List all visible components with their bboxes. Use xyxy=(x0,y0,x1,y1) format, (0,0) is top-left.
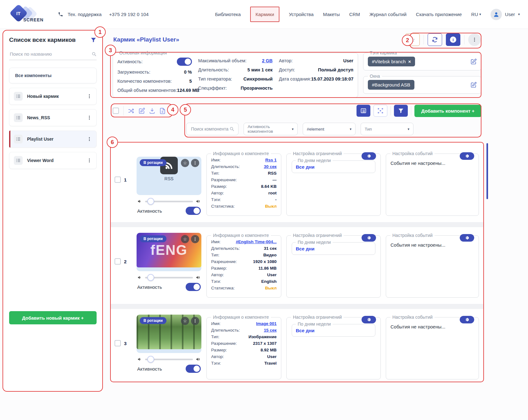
download-icon[interactable] xyxy=(149,108,155,114)
type-filter-dropdown[interactable]: Тип ▾ xyxy=(361,123,413,135)
favorite-component-button[interactable]: ☆ xyxy=(181,317,189,325)
info-label: Статистика: xyxy=(211,286,235,290)
nav-crm[interactable]: CRM xyxy=(349,12,360,17)
component-checkbox[interactable] xyxy=(115,176,121,183)
nav-devices[interactable]: Устройства xyxy=(289,12,313,17)
volume-low-icon[interactable] xyxy=(137,357,142,362)
filter-components-button[interactable] xyxy=(394,105,408,117)
table-view-button[interactable] xyxy=(357,105,370,117)
kebab-menu-icon[interactable] xyxy=(87,158,92,163)
refresh-button[interactable] xyxy=(428,33,442,46)
events-settings-button[interactable] xyxy=(460,234,474,242)
days-value[interactable]: Все дни xyxy=(296,164,371,170)
restrictions-settings-button[interactable] xyxy=(362,234,376,242)
nav-event-log[interactable]: Журнал событий xyxy=(369,12,407,17)
nav-library[interactable]: Библиотека xyxy=(215,12,241,17)
events-settings-button[interactable] xyxy=(460,152,474,160)
volume-slider-knob[interactable] xyxy=(147,356,154,363)
nav-karmiki[interactable]: Кармики xyxy=(250,7,279,22)
restrictions-settings-button[interactable] xyxy=(362,152,376,160)
edit-icon[interactable] xyxy=(138,108,145,114)
kebab-menu-icon[interactable] xyxy=(87,137,92,142)
sidebar-item-novyj-karmik[interactable]: Новый кармик xyxy=(9,88,97,105)
events-empty-text: События не настроены... xyxy=(390,324,474,329)
logo-text-it: IT xyxy=(16,10,20,16)
volume-slider[interactable] xyxy=(145,359,193,360)
shuffle-icon[interactable] xyxy=(128,108,135,114)
component-checkbox[interactable] xyxy=(115,258,121,265)
nav-layouts[interactable]: Макеты xyxy=(323,12,340,17)
component-info-fieldset: Информация о компоненте Имя:Image 001 Дл… xyxy=(206,315,281,379)
duration-link[interactable]: 30 сек xyxy=(264,164,277,169)
info-value: Прозрачность xyxy=(241,86,273,91)
filter-icon[interactable] xyxy=(90,37,97,43)
component-search-input[interactable] xyxy=(190,126,229,132)
sidebar-item-label: News_RSS xyxy=(27,115,82,120)
component-name-link[interactable]: Image 001 xyxy=(256,321,277,326)
element-filter-dropdown[interactable]: #element ▾ xyxy=(303,123,356,135)
volume-high-icon[interactable] xyxy=(196,357,201,362)
edit-windows-icon[interactable] xyxy=(470,82,477,88)
kebab-menu-icon[interactable] xyxy=(87,94,92,99)
component-menu-button[interactable] xyxy=(191,317,199,325)
nav-download-app[interactable]: Скачать приложение xyxy=(416,12,462,17)
activity-filter-dropdown[interactable]: Активность комопнентов ▾ xyxy=(244,123,298,135)
favorite-button[interactable]: ☆ xyxy=(405,33,420,46)
info-label: Автор: xyxy=(211,191,224,195)
file-report-icon[interactable] xyxy=(159,108,166,114)
sidebar-item-news-rss[interactable]: News_RSS xyxy=(9,109,97,126)
info-button[interactable]: i xyxy=(446,33,460,46)
sidebar-item-all-components[interactable]: Все компоненты xyxy=(9,68,97,83)
volume-high-icon[interactable] xyxy=(196,275,201,280)
component-activity-toggle[interactable] xyxy=(186,283,201,291)
info-label: Разрешение: xyxy=(211,177,237,182)
favorite-component-button[interactable]: ☆ xyxy=(181,159,189,167)
component-name-link[interactable]: #English Time-004... xyxy=(236,239,277,244)
gear-icon xyxy=(367,154,371,158)
component-activity-toggle[interactable] xyxy=(186,207,201,215)
volume-slider[interactable] xyxy=(145,201,193,202)
component-checkbox[interactable] xyxy=(115,340,121,346)
list-icon xyxy=(14,156,23,165)
scrollbar[interactable] xyxy=(486,143,488,199)
days-value[interactable]: Все дни xyxy=(296,327,371,333)
volume-high-icon[interactable] xyxy=(196,199,201,204)
grid-view-button[interactable] xyxy=(374,105,387,117)
component-menu-button[interactable] xyxy=(191,159,199,167)
info-label: Тип генератора: xyxy=(198,76,232,81)
language-selector[interactable]: RU ▾ xyxy=(471,12,481,17)
component-thumbnail[interactable]: В ротации ☆ RSS xyxy=(137,157,201,195)
max-volume-link[interactable]: 2 GB xyxy=(262,58,273,63)
events-settings-button[interactable] xyxy=(460,316,474,323)
volume-low-icon[interactable] xyxy=(137,199,142,204)
component-activity-toggle[interactable] xyxy=(186,365,201,373)
volume-slider[interactable] xyxy=(145,277,193,278)
kebab-menu-icon[interactable] xyxy=(87,115,92,120)
component-name-link[interactable]: Rss 1 xyxy=(265,158,277,162)
add-karmik-button[interactable]: Добавить новый кармик + xyxy=(9,311,97,324)
info-value: 8.64 KB xyxy=(261,184,277,189)
days-value[interactable]: Все дни xyxy=(296,245,371,251)
rotation-badge: В ротации xyxy=(140,317,166,324)
remove-tag-icon[interactable]: × xyxy=(408,59,411,64)
component-thumbnail[interactable]: В ротации ☆ xyxy=(137,315,201,353)
favorite-component-button[interactable]: ☆ xyxy=(181,235,189,243)
sidebar-item-playlist-user[interactable]: Playlist User xyxy=(9,131,97,148)
restrictions-settings-button[interactable] xyxy=(362,316,376,323)
select-all-checkbox[interactable] xyxy=(113,108,119,114)
volume-slider-knob[interactable] xyxy=(147,198,154,205)
sidebar-item-viewer-word[interactable]: Viewer Word xyxy=(9,152,97,169)
volume-low-icon[interactable] xyxy=(137,275,142,280)
trash-icon[interactable] xyxy=(170,108,176,114)
component-menu-button[interactable] xyxy=(191,235,199,243)
divider xyxy=(390,106,391,115)
karmik-activity-toggle[interactable] xyxy=(177,58,192,66)
volume-slider-knob[interactable] xyxy=(147,274,154,281)
component-thumbnail[interactable]: fENG В ротации ☆ xyxy=(137,233,201,271)
more-options-button[interactable] xyxy=(468,33,481,46)
sidebar-search-input[interactable] xyxy=(9,51,92,57)
user-menu[interactable]: User ▾ xyxy=(491,9,520,20)
duration-link[interactable]: 15 сек xyxy=(264,328,277,333)
add-component-button[interactable]: Добавить компонент + xyxy=(414,105,481,117)
edit-tags-icon[interactable] xyxy=(470,59,477,65)
